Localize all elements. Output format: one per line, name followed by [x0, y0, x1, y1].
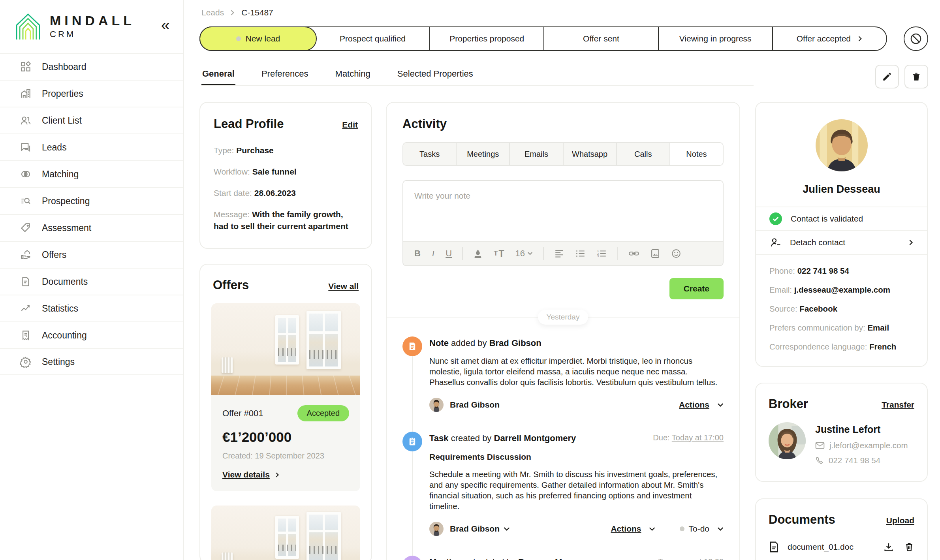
activity-tab-whatsapp[interactable]: Whatsapp: [563, 143, 616, 165]
sidebar-item-label: Prospecting: [42, 196, 90, 207]
disqualify-button[interactable]: [904, 26, 928, 51]
sidebar-item-properties[interactable]: Properties: [0, 80, 183, 107]
activity-tab-tasks[interactable]: Tasks: [403, 143, 456, 165]
breadcrumb-section[interactable]: Leads: [201, 8, 224, 17]
status-dot-icon: [680, 526, 684, 531]
sidebar-item-accounting[interactable]: Accounting: [0, 321, 183, 348]
pipeline-stage-prospect-qualified[interactable]: Prospect qualified: [316, 27, 429, 50]
offer-card-002[interactable]: Offer #002 Sent: [211, 506, 360, 560]
image-icon[interactable]: [650, 248, 660, 259]
document-name[interactable]: document_01.doc: [788, 542, 854, 552]
feed-entity: Task: [429, 433, 449, 443]
feed-actor: Brad Gibson: [489, 338, 541, 348]
breadcrumb: Leads C-15487: [201, 8, 273, 17]
actions-menu[interactable]: Actions: [679, 400, 709, 410]
italic-icon[interactable]: I: [432, 248, 434, 259]
emoji-icon[interactable]: [671, 248, 681, 259]
task-status-select[interactable]: To-do: [680, 524, 724, 534]
stage-label: New lead: [246, 34, 280, 43]
broker-transfer-link[interactable]: Transfer: [882, 400, 914, 410]
day-divider-label: Yesterday: [538, 310, 588, 325]
sidebar-item-label: Settings: [42, 357, 75, 367]
bold-icon[interactable]: B: [414, 248, 421, 259]
delete-record-button[interactable]: [904, 65, 928, 88]
numbered-list-icon[interactable]: 123: [597, 249, 607, 258]
actions-menu[interactable]: Actions: [611, 524, 641, 534]
lead-profile-edit-link[interactable]: Edit: [342, 120, 358, 130]
pipeline-stage-viewing-in-progress[interactable]: Viewing in progress: [658, 27, 772, 50]
documents-upload-link[interactable]: Upload: [886, 516, 914, 525]
trash-icon[interactable]: [904, 542, 914, 552]
sidebar-item-leads[interactable]: Leads: [0, 133, 183, 160]
sidebar-item-dashboard[interactable]: Dashboard: [0, 53, 183, 80]
broker-email[interactable]: j.lefort@example.com: [829, 441, 908, 450]
pipeline-stage-new-lead[interactable]: New lead: [199, 26, 317, 51]
pipeline-stage-offer-accepted[interactable]: Offer accepted: [772, 27, 886, 50]
dashboard-icon: [20, 61, 32, 73]
offer-card-001[interactable]: Offer #001 Accepted €1’200’000 Created: …: [211, 303, 360, 491]
note-icon: [402, 336, 422, 356]
font-size-select[interactable]: 16: [515, 248, 533, 259]
tab-general[interactable]: General: [201, 63, 235, 85]
contact-communication: Prefers communication by: Email: [769, 322, 914, 334]
broker-phone[interactable]: 022 741 98 54: [829, 456, 880, 465]
chevron-down-icon[interactable]: [717, 403, 724, 407]
sidebar-item-matching[interactable]: Matching: [0, 160, 183, 187]
chevron-right-icon: [858, 36, 863, 42]
field-value: Sale funnel: [252, 167, 297, 176]
task-assignee[interactable]: Brad Gibson: [450, 524, 500, 534]
text-style-icon[interactable]: TT: [494, 248, 504, 259]
chevron-down-icon[interactable]: [649, 527, 655, 531]
leads-icon: [20, 141, 32, 153]
underline-icon[interactable]: U: [446, 248, 452, 259]
field-value: 28.06.2023: [254, 188, 296, 197]
link-icon[interactable]: [628, 249, 639, 258]
activity-tab-emails[interactable]: Emails: [509, 143, 562, 165]
chevron-down-icon[interactable]: [504, 527, 510, 531]
contact-phone: Phone: 022 741 98 54: [769, 265, 914, 277]
sidebar-item-assessment[interactable]: Assessment: [0, 214, 183, 241]
tab-matching[interactable]: Matching: [335, 63, 371, 85]
activity-tab-calls[interactable]: Calls: [616, 143, 669, 165]
chevron-right-icon: [230, 9, 235, 16]
sidebar-item-offers[interactable]: Offers: [0, 241, 183, 268]
middle-column: Activity Tasks Meetings Emails Whatsapp …: [386, 102, 740, 560]
due-value[interactable]: Today at 17:00: [672, 433, 724, 442]
contact-avatar: [816, 119, 868, 171]
feed-entity: Note: [429, 338, 449, 348]
edit-record-button[interactable]: [875, 65, 899, 88]
offers-view-all-link[interactable]: View all: [328, 282, 359, 291]
create-note-button[interactable]: Create: [669, 278, 724, 299]
sidebar-collapse-icon[interactable]: «: [161, 17, 170, 35]
day-divider: Yesterday: [387, 317, 739, 318]
feed-verb: created by: [451, 433, 492, 443]
feed-item-meeting: Meeting scheduled by Ramona Morgan Tomor…: [402, 557, 724, 560]
tab-selected-properties[interactable]: Selected Properties: [397, 63, 474, 85]
contact-validated-label: Contact is validated: [791, 214, 863, 224]
align-icon[interactable]: [554, 249, 564, 258]
detach-contact-button[interactable]: Detach contact: [756, 230, 927, 254]
sidebar-item-documents[interactable]: Documents: [0, 268, 183, 295]
text-color-icon[interactable]: [473, 248, 483, 259]
main-content: Leads C-15487 New lead Prospect qualifie…: [185, 0, 940, 560]
sidebar-item-settings[interactable]: Settings: [0, 348, 183, 375]
contact-details: Phone: 022 741 98 54 Email: j.desseau@ex…: [756, 254, 927, 366]
broker-avatar: [769, 422, 806, 459]
activity-tab-notes[interactable]: Notes: [669, 143, 723, 165]
sidebar-item-client-list[interactable]: Client List: [0, 107, 183, 133]
lead-profile-card: Lead Profile Edit Type: Purchase Workflo…: [199, 102, 372, 249]
sidebar-item-statistics[interactable]: Statistics: [0, 295, 183, 321]
sidebar-item-prospecting[interactable]: Prospecting: [0, 187, 183, 214]
offer-view-details-link[interactable]: View details: [222, 470, 270, 479]
bullet-list-icon[interactable]: [575, 249, 586, 258]
note-input[interactable]: [403, 181, 723, 239]
pipeline-stage-offer-sent[interactable]: Offer sent: [543, 27, 658, 50]
due-value[interactable]: Tomorrow at 12:00: [658, 557, 724, 560]
brand-sub: CRM: [50, 29, 135, 39]
download-icon[interactable]: [884, 542, 894, 552]
activity-tab-meetings[interactable]: Meetings: [456, 143, 509, 165]
tab-preferences[interactable]: Preferences: [261, 63, 309, 85]
stage-label: Offer sent: [583, 34, 619, 43]
pipeline-stage-properties-proposed[interactable]: Properties proposed: [429, 27, 543, 50]
sidebar-item-label: Matching: [42, 169, 79, 180]
